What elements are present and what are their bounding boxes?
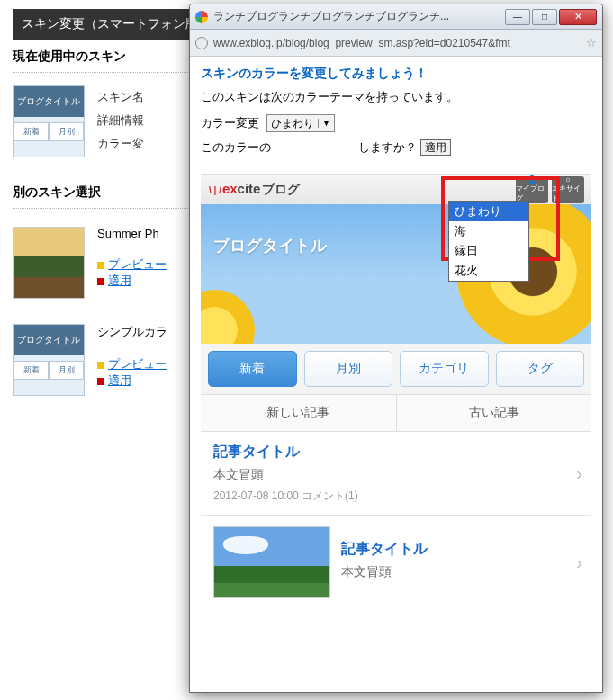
apply-button[interactable]: 適用 bbox=[420, 139, 451, 156]
confirm-text-prefix: このカラーの bbox=[201, 140, 271, 154]
bullet-icon bbox=[97, 378, 104, 385]
dropdown-option[interactable]: 海 bbox=[449, 221, 528, 241]
color-dropdown[interactable]: ひまわり 海 縁日 花火 bbox=[448, 201, 529, 282]
address-bar[interactable]: www.exblog.jp/blog/blog_preview_sm.asp?e… bbox=[190, 30, 602, 57]
article-thumbnail bbox=[213, 526, 330, 598]
dropdown-option[interactable]: ひまわり bbox=[449, 202, 528, 221]
thumb-tab: 新着 bbox=[14, 122, 49, 141]
mobile-preview: \ | / exciteブログ 👤 マイブログ ⌂ エキサイト bbox=[201, 174, 591, 609]
window-title: ランチブログランチブログランチブログランチ... bbox=[213, 9, 505, 24]
info-row: 詳細情報 bbox=[97, 109, 144, 132]
mobile-header: \ | / exciteブログ 👤 マイブログ ⌂ エキサイト bbox=[201, 174, 591, 204]
skin-thumbnail bbox=[13, 227, 85, 299]
article-item[interactable]: 記事タイトル 本文冒頭 › bbox=[201, 516, 591, 609]
page-heading: スキンのカラーを変更してみましょう！ bbox=[201, 66, 591, 82]
browser-window: ランチブログランチブログランチブログランチ... — □ www.exblog.… bbox=[189, 4, 603, 693]
older-articles-button[interactable]: 古い記事 bbox=[396, 395, 592, 431]
chevron-right-icon: › bbox=[576, 463, 582, 484]
hero-banner: ブログタイトル bbox=[201, 204, 591, 344]
newer-articles-button[interactable]: 新しい記事 bbox=[201, 395, 396, 431]
close-button[interactable] bbox=[559, 9, 597, 25]
url-text: www.exblog.jp/blog/blog_preview_sm.asp?e… bbox=[213, 37, 581, 49]
myblog-button[interactable]: 👤 マイブログ bbox=[516, 176, 548, 203]
thumb-tab: 新着 bbox=[14, 361, 49, 380]
tab-bar: 新着 月別 カテゴリ タグ bbox=[201, 344, 591, 395]
tab-category[interactable]: カテゴリ bbox=[400, 351, 489, 387]
skin-info: スキン名 詳細情報 カラー変 bbox=[97, 85, 144, 157]
window-titlebar[interactable]: ランチブログランチブログランチブログランチ... — □ bbox=[190, 4, 602, 30]
dropdown-option[interactable]: 縁日 bbox=[449, 241, 528, 261]
apply-link[interactable]: 適用 bbox=[108, 373, 131, 387]
excite-logo[interactable]: \ | / exciteブログ bbox=[208, 181, 300, 198]
info-row: スキン名 bbox=[97, 85, 144, 109]
select-value: ひまわり bbox=[271, 116, 314, 131]
spark-icon: \ | / bbox=[209, 185, 221, 195]
current-skin-thumbnail: ブログタイトル 新着 月別 bbox=[13, 85, 85, 157]
bullet-icon bbox=[97, 362, 104, 369]
tab-tag[interactable]: タグ bbox=[496, 351, 585, 387]
minimize-button[interactable]: — bbox=[505, 9, 530, 25]
confirm-text-suffix: しますか？ bbox=[358, 140, 417, 154]
bullet-icon bbox=[97, 262, 104, 269]
article-nav: 新しい記事 古い記事 bbox=[201, 395, 591, 432]
color-label: カラー変更 bbox=[201, 115, 259, 131]
sunflower-graphic bbox=[201, 290, 255, 344]
thumb-title: ブログタイトル bbox=[14, 86, 84, 117]
chevron-right-icon: › bbox=[576, 552, 582, 573]
tab-new[interactable]: 新着 bbox=[208, 351, 297, 387]
apply-link[interactable]: 適用 bbox=[108, 274, 131, 287]
globe-icon bbox=[195, 37, 208, 49]
house-icon: ⌂ bbox=[566, 175, 571, 184]
page-content: スキンのカラーを変更してみましょう！ このスキンは次のカラーテーマを持っています… bbox=[190, 57, 602, 692]
article-item[interactable]: 記事タイトル 本文冒頭 2012-07-08 10:00 コメント(1) › bbox=[201, 432, 591, 516]
blog-title: ブログタイトル bbox=[213, 235, 327, 256]
article-title: 記事タイトル bbox=[213, 443, 579, 462]
article-meta: 2012-07-08 10:00 コメント(1) bbox=[213, 489, 579, 504]
color-select[interactable]: ひまわり ▼ bbox=[266, 114, 335, 132]
dropdown-option[interactable]: 花火 bbox=[449, 261, 528, 281]
article-lead: 本文冒頭 bbox=[341, 564, 428, 580]
skin-name: Summer Ph bbox=[97, 227, 167, 240]
article-lead: 本文冒頭 bbox=[213, 467, 579, 483]
skin-name: シンプルカラ bbox=[97, 324, 167, 340]
chevron-down-icon: ▼ bbox=[318, 119, 330, 128]
article-title: 記事タイトル bbox=[341, 540, 428, 559]
person-icon: 👤 bbox=[527, 175, 536, 184]
chrome-favicon-icon bbox=[195, 11, 208, 23]
preview-link[interactable]: プレビュー bbox=[108, 357, 167, 371]
bookmark-star-icon[interactable]: ☆ bbox=[586, 36, 597, 49]
maximize-button[interactable]: □ bbox=[532, 9, 557, 25]
thumb-tab: 月別 bbox=[49, 361, 84, 380]
tab-monthly[interactable]: 月別 bbox=[304, 351, 393, 387]
info-row: カラー変 bbox=[97, 132, 144, 156]
bullet-icon bbox=[97, 278, 104, 285]
thumb-tab: 月別 bbox=[49, 122, 84, 141]
page-description: このスキンは次のカラーテーマを持っています。 bbox=[201, 89, 591, 105]
thumb-title: ブログタイトル bbox=[14, 325, 84, 355]
excite-button[interactable]: ⌂ エキサイト bbox=[552, 176, 584, 203]
skin-thumbnail: ブログタイトル 新着 月別 bbox=[13, 324, 85, 396]
preview-link[interactable]: プレビュー bbox=[108, 257, 167, 271]
